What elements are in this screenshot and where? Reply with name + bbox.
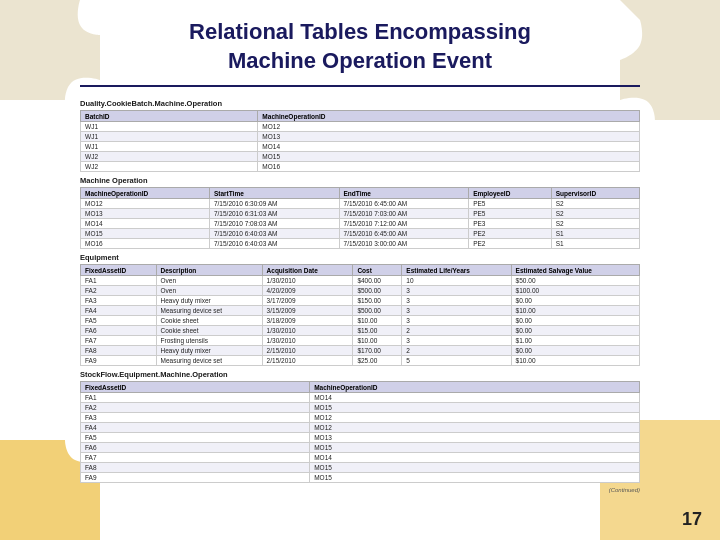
table-row: FA4MO12 xyxy=(81,423,640,433)
stockflow-table: FixedAssetID MachineOperationID FA1MO14F… xyxy=(80,381,640,483)
table-row: WJ1MO12 xyxy=(81,122,640,132)
table-row: FA7Frosting utensils1/30/2010$10.003$1.0… xyxy=(81,336,640,346)
stockflow-section: StockFlow.Equipment.Machine.Operation Fi… xyxy=(80,370,640,493)
stockflow-label: StockFlow.Equipment.Machine.Operation xyxy=(80,370,640,379)
main-content: Relational Tables Encompassing Machine O… xyxy=(0,0,720,540)
table-row: MO167/15/2010 6:40:03 AM7/15/2010 3:00:0… xyxy=(81,239,640,249)
machine-operation-section: Machine Operation MachineOperationIDStar… xyxy=(80,176,640,249)
table-row: FA9Measuring device set2/15/2010$25.005$… xyxy=(81,356,640,366)
table-row: FA3Heavy duty mixer3/17/2009$150.003$0.0… xyxy=(81,296,640,306)
table-row: FA7MO14 xyxy=(81,453,640,463)
equipment-label: Equipment xyxy=(80,253,640,262)
equipment-table: FixedAssetIDDescriptionAcquisition DateC… xyxy=(80,264,640,366)
table-row: FA8MO15 xyxy=(81,463,640,473)
table-row: FA5MO13 xyxy=(81,433,640,443)
sf-col-fassetid: FixedAssetID xyxy=(81,382,310,393)
cb-col-moid: MachineOperationID xyxy=(258,111,640,122)
table-row: FA2MO15 xyxy=(81,403,640,413)
sf-col-moid: MachineOperationID xyxy=(310,382,640,393)
continued-text: (Continued) xyxy=(80,487,640,493)
table-row: MO147/15/2010 7:08:03 AM7/15/2010 7:12:0… xyxy=(81,219,640,229)
table-row: FA8Heavy duty mixer2/15/2010$170.002$0.0… xyxy=(81,346,640,356)
table-row: FA4Measuring device set3/15/2009$500.003… xyxy=(81,306,640,316)
table-row: FA2Oven4/20/2009$500.003$100.00 xyxy=(81,286,640,296)
table-row: FA1Oven1/30/2010$400.0010$50.00 xyxy=(81,276,640,286)
table-row: WJ1MO14 xyxy=(81,142,640,152)
content-area: Duality.CookieBatch.Machine.Operation Ba… xyxy=(80,95,640,530)
cookie-batch-section: Duality.CookieBatch.Machine.Operation Ba… xyxy=(80,99,640,172)
page-number: 17 xyxy=(682,509,702,530)
table-row: FA3MO12 xyxy=(81,413,640,423)
slide-title: Relational Tables Encompassing Machine O… xyxy=(189,18,531,75)
table-row: MO127/15/2010 6:30:09 AM7/15/2010 6:45:0… xyxy=(81,199,640,209)
table-row: FA5Cookie sheet3/18/2009$10.003$0.00 xyxy=(81,316,640,326)
cb-col-batchid: BatchID xyxy=(81,111,258,122)
table-row: FA9MO15 xyxy=(81,473,640,483)
table-row: WJ2MO15 xyxy=(81,152,640,162)
machine-operation-label: Machine Operation xyxy=(80,176,640,185)
table-row: WJ1MO13 xyxy=(81,132,640,142)
cookie-batch-table: BatchID MachineOperationID WJ1MO12WJ1MO1… xyxy=(80,110,640,172)
machine-operation-table: MachineOperationIDStartTimeEndTimeEmploy… xyxy=(80,187,640,249)
table-row: FA1MO14 xyxy=(81,393,640,403)
equipment-section: Equipment FixedAssetIDDescriptionAcquisi… xyxy=(80,253,640,366)
table-row: FA6MO15 xyxy=(81,443,640,453)
cookie-batch-label: Duality.CookieBatch.Machine.Operation xyxy=(80,99,640,108)
title-divider xyxy=(80,85,640,87)
table-row: WJ2MO16 xyxy=(81,162,640,172)
table-row: FA6Cookie sheet1/30/2010$15.002$0.00 xyxy=(81,326,640,336)
table-row: MO157/15/2010 6:40:03 AM7/15/2010 6:45:0… xyxy=(81,229,640,239)
table-row: MO137/15/2010 6:31:03 AM7/15/2010 7:03:0… xyxy=(81,209,640,219)
